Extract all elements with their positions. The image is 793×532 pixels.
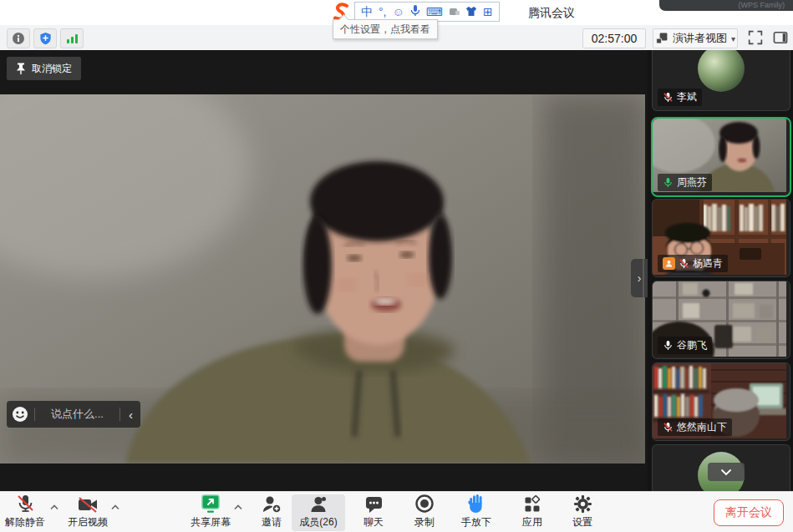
participant-name: 悠然南山下	[677, 420, 727, 434]
start-video-button[interactable]: 开启视频	[61, 495, 114, 529]
members-label: 成员(26)	[299, 515, 337, 529]
apps-icon	[523, 495, 541, 514]
gear-icon	[573, 494, 592, 514]
signal-bars-icon	[66, 33, 79, 44]
leave-meeting-button[interactable]: 离开会议	[714, 499, 784, 526]
apps-label: 应用	[522, 515, 542, 529]
emoji-icon[interactable]	[12, 406, 28, 423]
participant-tile[interactable]: 李斌	[652, 50, 790, 111]
chat-icon	[364, 495, 384, 514]
mic-muted-icon	[15, 494, 35, 514]
side-panel-icon	[773, 31, 788, 44]
mic-muted-icon	[663, 92, 674, 103]
side-panel-toggle-button[interactable]	[770, 28, 791, 47]
chevron-down-icon: ▾	[731, 34, 735, 43]
invite-button[interactable]: 邀请	[245, 495, 298, 529]
unmute-label: 解除静音	[5, 515, 45, 529]
view-mode-dropdown[interactable]: 演讲者视图 ▾	[653, 28, 738, 48]
network-status-button[interactable]	[60, 28, 84, 48]
caption-input-bar[interactable]: 说点什么... ‹	[7, 401, 140, 428]
participant-name-badge: 谷鹏飞	[658, 337, 712, 354]
mic-muted-icon	[679, 258, 689, 269]
ime-tooltip: 个性设置，点我看看	[333, 19, 438, 39]
divider	[34, 408, 35, 421]
scroll-down-button[interactable]	[708, 463, 745, 481]
app-title: 腾讯会议	[528, 6, 575, 21]
ime-toolbox-icon[interactable]: ⊞	[483, 6, 493, 18]
participant-name: 谷鹏飞	[677, 338, 707, 352]
chat-label: 聊天	[363, 515, 384, 529]
participant-name-badge: 周燕芬	[658, 174, 712, 191]
lower-hand-button[interactable]: 手放下	[450, 495, 503, 529]
wps-family-badge: (WPS Family)	[659, 0, 793, 11]
participant-name: 李斌	[677, 90, 697, 104]
settings-button[interactable]: 设置	[556, 495, 609, 529]
sidebar-collapse-handle[interactable]: ›	[631, 259, 648, 297]
fullscreen-icon	[748, 30, 763, 45]
host-role-icon	[663, 257, 675, 270]
pin-icon	[16, 63, 26, 74]
ime-handwriting-icon[interactable]	[449, 6, 460, 18]
record-button[interactable]: 录制	[398, 495, 451, 529]
apps-button[interactable]: 应用	[506, 495, 559, 529]
participant-name-badge: 杨遇青	[658, 255, 728, 272]
ime-skin-icon[interactable]	[465, 6, 477, 18]
top-bar: 中 °, ☺ ⌨ ⊞ 个性设置，点我看看 腾讯会议 (WPS Family)	[0, 0, 793, 25]
speaker-view-icon	[655, 32, 668, 45]
share-options-caret[interactable]	[232, 502, 244, 512]
mic-active-icon	[663, 177, 674, 188]
mic-options-caret[interactable]	[48, 502, 60, 512]
lower-hand-label: 手放下	[461, 515, 491, 529]
mic-muted-icon	[663, 422, 674, 433]
invite-label: 邀请	[262, 515, 282, 529]
share-screen-label: 共享屏幕	[191, 515, 231, 529]
tencent-meeting-window: 中 °, ☺ ⌨ ⊞ 个性设置，点我看看 腾讯会议 (WPS Family)	[0, 0, 793, 532]
participant-name: 周燕芬	[677, 175, 707, 190]
ime-keyboard-icon[interactable]: ⌨	[426, 6, 443, 18]
record-icon	[414, 494, 435, 514]
ime-emoji-icon[interactable]: ☺	[393, 6, 404, 18]
chat-button[interactable]: 聊天	[347, 495, 400, 529]
avatar	[698, 50, 745, 92]
bottom-toolbar: 解除静音 开启视频 共享屏幕 邀请 成员(26) 聊天	[0, 491, 793, 532]
sidebar-scrollbar[interactable]	[643, 259, 644, 297]
info-icon	[12, 32, 25, 45]
participant-name: 杨遇青	[693, 256, 723, 271]
main-stage: 取消锁定	[0, 50, 648, 491]
meeting-timer: 02:57:00	[582, 28, 646, 48]
chevron-down-icon	[720, 469, 732, 476]
caption-collapse-icon[interactable]: ‹	[126, 408, 135, 422]
participants-sidebar: 李斌 周燕芬	[648, 50, 793, 491]
start-video-label: 开启视频	[68, 515, 108, 529]
participant-name-badge: 李斌	[658, 89, 702, 106]
participant-tile[interactable]: 谷鹏飞	[652, 281, 790, 359]
share-screen-button[interactable]: 共享屏幕	[184, 495, 237, 529]
caption-placeholder[interactable]: 说点什么...	[41, 407, 114, 422]
ime-chinese-mode-icon[interactable]: 中	[361, 6, 373, 18]
unpin-label: 取消锁定	[32, 62, 72, 76]
record-label: 录制	[414, 515, 435, 529]
ime-voice-icon[interactable]	[410, 5, 420, 18]
fullscreen-button[interactable]	[745, 28, 766, 47]
camera-off-icon	[77, 495, 99, 514]
shield-plus-icon	[39, 32, 52, 45]
participant-tile[interactable]: 杨遇青	[652, 199, 790, 277]
divider	[119, 408, 120, 421]
meeting-info-button[interactable]	[7, 28, 30, 48]
invite-icon	[262, 495, 282, 514]
ime-punctuation-icon[interactable]: °,	[379, 6, 387, 18]
video-options-caret[interactable]	[109, 502, 121, 512]
members-icon	[308, 495, 328, 514]
share-screen-icon	[200, 494, 221, 514]
members-button[interactable]: 成员(26)	[292, 494, 345, 531]
view-mode-label: 演讲者视图	[673, 31, 727, 46]
participant-tile[interactable]: 悠然南山下	[652, 362, 790, 441]
unpin-button[interactable]: 取消锁定	[7, 57, 81, 80]
security-button[interactable]	[33, 28, 57, 48]
participant-name-badge: 悠然南山下	[658, 418, 732, 436]
raised-hand-icon	[467, 494, 485, 514]
settings-label: 设置	[572, 515, 592, 529]
mic-icon	[663, 340, 674, 351]
participant-tile-active-speaker[interactable]: 周燕芬	[651, 117, 791, 197]
unmute-button[interactable]: 解除静音	[0, 495, 52, 529]
